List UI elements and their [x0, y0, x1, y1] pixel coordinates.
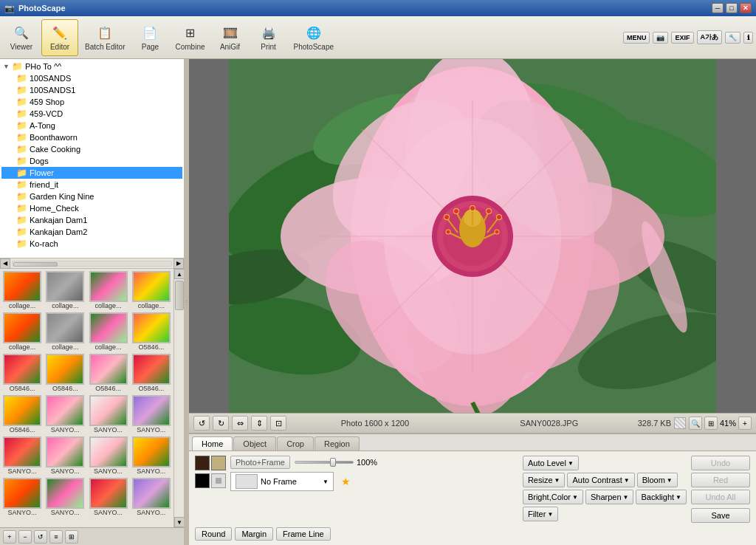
tab-object[interactable]: Object: [233, 436, 276, 450]
frame-line-btn[interactable]: Frame Line: [276, 527, 331, 541]
thumbnail-item-3[interactable]: collage...: [131, 270, 172, 310]
thumbnail-area[interactable]: collage...collage...collage...collage...…: [0, 269, 173, 527]
thumbnail-item-11[interactable]: O5846...: [131, 353, 172, 393]
refresh-btn[interactable]: ↺: [34, 530, 47, 544]
scroll-down-btn[interactable]: ▼: [174, 517, 184, 527]
combine-tab[interactable]: ⊞ Combine: [170, 19, 210, 56]
zoom-out-btn[interactable]: 🔍: [689, 417, 702, 430]
margin-btn[interactable]: Margin: [235, 527, 273, 541]
auto-contrast-btn[interactable]: Auto Contrast ▼: [567, 473, 634, 487]
thumbnail-item-5[interactable]: collage...: [44, 312, 86, 352]
thumbnail-item-6[interactable]: collage...: [88, 312, 129, 352]
thumbnail-item-13[interactable]: SANYO...: [44, 394, 86, 434]
thumbnail-item-9[interactable]: O5846...: [44, 353, 86, 393]
tab-home[interactable]: Home: [192, 436, 233, 450]
zoom-in-btn[interactable]: +: [738, 417, 752, 430]
tab-crop[interactable]: Crop: [277, 436, 314, 450]
thumbnail-item-20[interactable]: SANYO...: [1, 477, 43, 517]
thumbnail-item-16[interactable]: SANYO...: [1, 436, 43, 476]
tree-item-kankajan-dam1[interactable]: 📁Kankajan Dam1: [1, 214, 182, 226]
rotate-left-btn[interactable]: ↺: [193, 416, 210, 431]
tree-item-dogs[interactable]: 📁Dogs: [1, 155, 182, 167]
anigif-tab[interactable]: 🎞️ AniGif: [212, 19, 249, 56]
minimize-button[interactable]: ─: [712, 3, 724, 13]
redo-btn[interactable]: Red: [691, 473, 750, 487]
scroll-right-btn[interactable]: ▶: [173, 258, 184, 269]
font-button[interactable]: A가あ: [697, 30, 723, 44]
photo-button[interactable]: 📷: [653, 32, 668, 44]
thumbnail-item-21[interactable]: SANYO...: [44, 477, 86, 517]
frame-select[interactable]: No Frame ▼: [230, 472, 334, 491]
flip-h-btn[interactable]: ⇔: [232, 416, 248, 431]
thumbnail-vscrollbar[interactable]: ▲ ▼: [173, 269, 184, 527]
viewer-tab[interactable]: 🔍 Viewer: [3, 19, 40, 56]
thumbnail-item-17[interactable]: SANYO...: [44, 436, 86, 476]
scroll-thumb[interactable]: [175, 281, 184, 310]
thumbnail-item-10[interactable]: O5846...: [88, 353, 129, 393]
tree-item-flower[interactable]: 📁Flower: [1, 167, 182, 179]
page-tab[interactable]: 📄 Page: [131, 19, 168, 56]
hscroll-thumb[interactable]: [13, 262, 58, 267]
thumbnail-item-18[interactable]: SANYO...: [88, 436, 129, 476]
scroll-up-btn[interactable]: ▲: [174, 269, 184, 279]
opacity-slider[interactable]: 100%: [295, 458, 377, 467]
resize-fit-btn[interactable]: ⊡: [270, 416, 286, 431]
batch-editor-tab[interactable]: 📋 Batch Editor: [80, 19, 130, 56]
tree-hscrollbar[interactable]: ◀ ▶: [0, 258, 184, 269]
thumbnail-item-8[interactable]: O5846...: [1, 353, 43, 393]
backlight-btn[interactable]: Backlight ▼: [636, 490, 687, 504]
zoom-fit-btn[interactable]: ⊞: [704, 417, 718, 430]
thumbnail-item-14[interactable]: SANYO...: [88, 394, 129, 434]
thumbnail-item-7[interactable]: O5846...: [131, 312, 172, 352]
thumbnail-item-0[interactable]: collage...: [1, 270, 43, 310]
help-button[interactable]: ℹ: [743, 32, 753, 44]
thumbnail-item-15[interactable]: SANYO...: [131, 394, 172, 434]
foreground-swatch[interactable]: [195, 456, 210, 470]
sort-btn[interactable]: ≡: [49, 530, 63, 544]
save-btn[interactable]: Save: [691, 508, 750, 523]
tree-root[interactable]: ▼ 📁 PHo To ^^: [1, 61, 182, 72]
close-button[interactable]: ✕: [740, 3, 752, 13]
exif-button[interactable]: EXIF: [671, 32, 693, 44]
tree-item-home_check[interactable]: 📁Home_Check: [1, 202, 182, 214]
tree-item-friend_it[interactable]: 📁friend_it: [1, 179, 182, 191]
bloom-btn[interactable]: Bloom ▼: [637, 473, 678, 487]
background-swatch[interactable]: [211, 456, 226, 470]
white-swatch[interactable]: [211, 473, 226, 488]
tree-item-a-tong[interactable]: 📁A-Tong: [1, 120, 182, 131]
sharpen-btn[interactable]: Sharpen ▼: [585, 490, 634, 504]
thumbnail-item-22[interactable]: SANYO...: [88, 477, 129, 517]
rotate-right-btn[interactable]: ↻: [213, 416, 229, 431]
tools-button[interactable]: 🔧: [725, 32, 740, 44]
file-tree[interactable]: ▼ 📁 PHo To ^^ 📁100SANDS📁100SANDS1📁459 Sh…: [0, 59, 184, 258]
photo-frame-btn[interactable]: Photo+Frame: [230, 456, 290, 469]
thumbnail-item-19[interactable]: SANYO...: [131, 436, 172, 476]
view-toggle-btn[interactable]: ⊞: [65, 530, 78, 544]
black-swatch[interactable]: [195, 473, 210, 488]
photoscape-tab[interactable]: 🌐 PhotoScape: [289, 19, 340, 56]
favorite-btn[interactable]: ★: [338, 474, 353, 489]
scroll-left-btn[interactable]: ◀: [0, 258, 10, 269]
tree-item-459-shop[interactable]: 📁459 Shop: [1, 96, 182, 108]
slider-thumb[interactable]: [330, 458, 336, 467]
tree-item-100sands1[interactable]: 📁100SANDS1: [1, 84, 182, 96]
tree-item-boonthaworn[interactable]: 📁Boonthaworn: [1, 131, 182, 143]
tree-item-459-vcd[interactable]: 📁459-VCD: [1, 108, 182, 120]
undo-btn[interactable]: Undo: [691, 456, 750, 470]
checkered-bg-btn[interactable]: [674, 417, 686, 429]
auto-level-btn[interactable]: Auto Level ▼: [523, 456, 579, 470]
resize-btn[interactable]: Resize ▼: [523, 473, 566, 487]
thumbnail-item-2[interactable]: collage...: [88, 270, 129, 310]
filter-btn[interactable]: Filter ▼: [523, 507, 558, 521]
print-tab[interactable]: 🖨️ Print: [250, 19, 287, 56]
maximize-button[interactable]: □: [726, 3, 738, 13]
round-btn[interactable]: Round: [195, 527, 232, 541]
add-folder-btn[interactable]: +: [3, 530, 16, 544]
tree-item-garden-king-nine[interactable]: 📁Garden King Nine: [1, 191, 182, 202]
thumbnail-item-4[interactable]: collage...: [1, 312, 43, 352]
tree-item-ko-rach[interactable]: 📁Ko-rach: [1, 238, 182, 250]
thumbnail-item-12[interactable]: O5846...: [1, 394, 43, 434]
thumbnail-item-23[interactable]: SANYO...: [131, 477, 172, 517]
tab-region[interactable]: Region: [315, 436, 360, 450]
undo-all-btn[interactable]: Undo All: [691, 490, 750, 504]
